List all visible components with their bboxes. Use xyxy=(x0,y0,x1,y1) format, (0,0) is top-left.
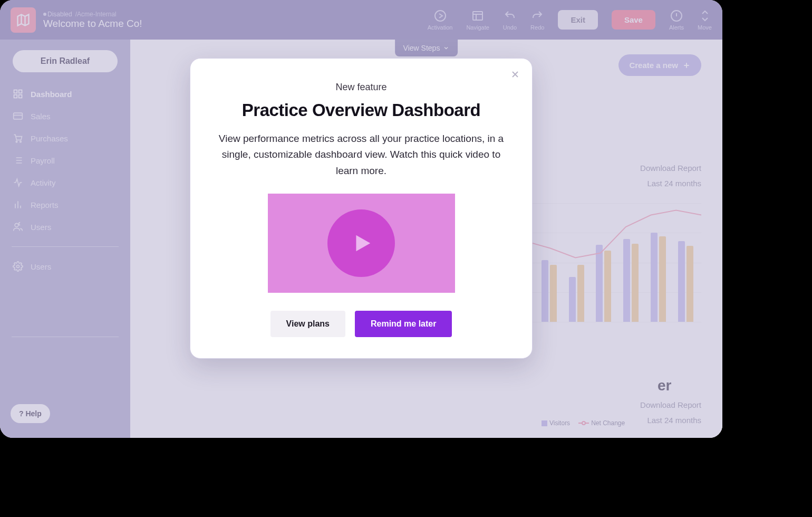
close-icon xyxy=(510,69,520,80)
svg-rect-7 xyxy=(14,113,23,119)
remind-later-button[interactable]: Remind me later xyxy=(355,311,452,337)
status-label: Disabled xyxy=(47,11,72,18)
user-pill[interactable]: Erin Radleaf xyxy=(13,50,118,72)
svg-rect-3 xyxy=(14,90,17,93)
sidebar-item-label: Users xyxy=(31,223,51,232)
nav-divider xyxy=(12,337,119,337)
view-plans-button[interactable]: View plans xyxy=(270,311,345,337)
activity-icon xyxy=(13,177,23,188)
sidebar-item-payroll[interactable]: Payroll xyxy=(6,150,124,170)
download-report-link[interactable]: Download Report xyxy=(640,164,701,173)
sidebar-item-purchases[interactable]: Purchases xyxy=(6,128,124,148)
video-thumbnail[interactable] xyxy=(268,194,455,293)
sidebar-item-label: Users xyxy=(31,262,51,271)
app-logo[interactable] xyxy=(11,7,36,33)
sidebar-item-label: Payroll xyxy=(31,156,55,165)
save-button[interactable]: Save xyxy=(612,10,655,30)
app-frame: Disabled /Acme-Internal Welcome to Acme … xyxy=(0,0,722,438)
svg-rect-6 xyxy=(19,95,22,98)
activation-icon xyxy=(434,9,447,22)
partial-heading: er xyxy=(658,377,671,394)
page-title: Welcome to Acme Co! xyxy=(43,18,420,30)
list-icon xyxy=(13,155,23,166)
date-range: Last 24 months xyxy=(640,416,701,425)
reports-icon xyxy=(13,199,23,210)
svg-point-8 xyxy=(16,141,17,142)
alert-icon xyxy=(670,9,683,22)
svg-point-11 xyxy=(17,265,20,268)
view-steps-tab[interactable]: View Steps xyxy=(395,40,458,56)
nav-list: Dashboard Sales Purchases Payroll Activi… xyxy=(6,84,124,276)
date-range: Last 24 months xyxy=(640,179,701,188)
play-button[interactable] xyxy=(327,209,395,277)
redo-icon xyxy=(531,9,544,22)
title-block: Disabled /Acme-Internal Welcome to Acme … xyxy=(43,11,420,30)
svg-rect-1 xyxy=(473,12,482,20)
sidebar: Erin Radleaf Dashboard Sales Purchases P… xyxy=(0,40,130,438)
sidebar-item-activity[interactable]: Activity xyxy=(6,173,124,193)
activation-action[interactable]: Activation xyxy=(428,9,453,31)
chart-legend: Visitors Net Change xyxy=(542,419,625,427)
undo-icon xyxy=(504,9,516,22)
breadcrumb: /Acme-Internal xyxy=(75,11,117,18)
sidebar-item-dashboard[interactable]: Dashboard xyxy=(6,84,124,104)
modal-description: View performance metrics across all your… xyxy=(218,131,505,179)
modal-actions: View plans Remind me later xyxy=(218,311,505,337)
report-meta-1: Download Report Last 24 months xyxy=(640,164,701,194)
sidebar-item-users[interactable]: Users xyxy=(6,217,124,237)
plus-icon xyxy=(682,61,691,70)
chevron-down-icon xyxy=(443,45,449,51)
cart-icon xyxy=(13,133,23,143)
legend-line-icon xyxy=(578,420,589,426)
nav-divider xyxy=(12,246,119,247)
sidebar-item-label: Activity xyxy=(31,178,56,187)
topbar: Disabled /Acme-Internal Welcome to Acme … xyxy=(0,0,722,40)
sidebar-item-label: Reports xyxy=(31,200,59,209)
top-actions: Activation Navigate Undo Redo Exit Save … xyxy=(428,9,712,31)
sidebar-item-sales[interactable]: Sales xyxy=(6,106,124,126)
navigate-action[interactable]: Navigate xyxy=(466,9,489,31)
alerts-action[interactable]: Alerts xyxy=(669,9,684,31)
sidebar-item-reports[interactable]: Reports xyxy=(6,195,124,215)
svg-rect-5 xyxy=(14,95,17,98)
report-meta-2: Download Report Last 24 months xyxy=(640,400,701,431)
navigate-icon xyxy=(471,9,484,22)
map-icon xyxy=(16,13,31,27)
close-button[interactable] xyxy=(510,69,520,82)
undo-action[interactable]: Undo xyxy=(503,9,517,31)
svg-point-9 xyxy=(20,141,22,142)
modal-title: Practice Overview Dashboard xyxy=(218,100,505,120)
svg-rect-4 xyxy=(19,90,22,93)
card-icon xyxy=(13,111,23,121)
legend-swatch-visitors xyxy=(542,420,547,426)
sidebar-item-settings[interactable]: Users xyxy=(6,256,124,276)
create-new-button[interactable]: Create a new xyxy=(618,54,701,76)
grid-icon xyxy=(13,89,23,99)
feature-modal: New feature Practice Overview Dashboard … xyxy=(190,58,533,359)
sidebar-item-label: Sales xyxy=(31,112,51,121)
move-action[interactable]: Move xyxy=(698,9,712,31)
redo-action[interactable]: Redo xyxy=(530,9,544,31)
exit-button[interactable]: Exit xyxy=(558,10,598,30)
sidebar-item-label: Purchases xyxy=(31,134,68,143)
help-button[interactable]: ? Help xyxy=(11,404,50,423)
download-report-link[interactable]: Download Report xyxy=(640,400,701,409)
svg-point-10 xyxy=(15,223,18,227)
users-icon xyxy=(13,222,23,232)
svg-point-13 xyxy=(582,422,585,425)
play-icon xyxy=(349,231,373,255)
sidebar-item-label: Dashboard xyxy=(31,90,72,99)
modal-eyebrow: New feature xyxy=(218,82,505,93)
svg-point-0 xyxy=(435,11,446,21)
move-icon xyxy=(699,9,711,22)
gear-icon xyxy=(13,261,23,272)
